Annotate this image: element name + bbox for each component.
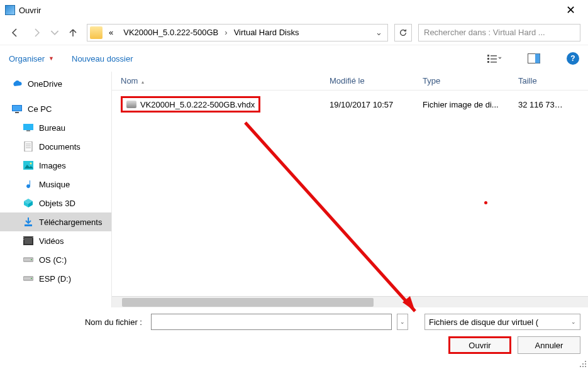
file-size: 32 116 736 ...: [509, 100, 567, 109]
column-type[interactable]: Type: [414, 76, 509, 85]
file-row[interactable]: VK2000H_5.0.222-500GB.vhdx 19/10/2017 10…: [112, 96, 588, 113]
sidebar-item-images[interactable]: Images: [0, 156, 111, 175]
organize-menu[interactable]: Organiser ▼: [9, 54, 54, 63]
svg-point-32: [31, 278, 32, 279]
window-title: Ouvrir: [19, 6, 558, 15]
image-icon: [23, 160, 34, 171]
bottom-panel: Nom du fichier : ⌄ Fichiers de disque du…: [0, 307, 588, 364]
svg-rect-26: [23, 237, 25, 238]
column-name[interactable]: Nom▴: [112, 76, 321, 85]
sidebar-item-videos[interactable]: Vidéos: [0, 231, 111, 250]
drive-icon: [23, 273, 34, 284]
address-bar[interactable]: « VK2000H_5.0.222-500GB › Virtual Hard D…: [87, 24, 388, 41]
toolbar: Organiser ▼ Nouveau dossier ?: [0, 45, 588, 72]
search-input[interactable]: Rechercher dans : Virtual Hard ...: [418, 24, 580, 41]
svg-rect-1: [487, 58, 489, 60]
search-placeholder: Rechercher dans : Virtual Hard ...: [424, 28, 545, 37]
recent-dropdown[interactable]: [50, 25, 59, 40]
cube-icon: [23, 197, 34, 209]
close-button[interactable]: ✕: [558, 3, 583, 17]
svg-rect-13: [25, 141, 32, 151]
annotation-dot: [484, 201, 487, 204]
sidebar-item-music[interactable]: Musique: [0, 175, 111, 194]
forward-button[interactable]: [29, 25, 44, 40]
disk-file-icon: [126, 101, 136, 108]
svg-rect-28: [33, 237, 34, 238]
cloud-icon: [11, 78, 23, 89]
column-headers: Nom▴ Modifié le Type Taille: [112, 72, 588, 91]
svg-rect-3: [491, 55, 497, 57]
new-folder-button[interactable]: Nouveau dossier: [72, 54, 133, 63]
download-icon: [23, 216, 34, 228]
file-list[interactable]: Nom▴ Modifié le Type Taille VK2000H_5.0.…: [112, 72, 588, 307]
filename-label: Nom du fichier :: [8, 317, 146, 327]
music-icon: [23, 179, 34, 190]
sidebar-item-onedrive[interactable]: OneDrive: [0, 74, 111, 93]
svg-rect-9: [13, 106, 21, 111]
sidebar-item-3d[interactable]: Objets 3D: [0, 194, 111, 212]
desktop-icon: [23, 122, 34, 133]
svg-rect-12: [26, 130, 30, 131]
dropdown-icon: ▼: [48, 55, 54, 62]
column-size[interactable]: Taille: [509, 76, 567, 85]
folder-icon: [90, 26, 103, 39]
help-button[interactable]: ?: [567, 52, 579, 65]
breadcrumb-item-2[interactable]: Virtual Hard Disks: [230, 28, 303, 37]
address-history-dropdown[interactable]: ⌄: [373, 28, 385, 37]
filename-input[interactable]: [151, 314, 392, 330]
svg-rect-0: [487, 55, 489, 57]
breadcrumb-overflow[interactable]: «: [105, 28, 117, 37]
svg-rect-25: [25, 238, 32, 244]
sidebar-item-documents[interactable]: Documents: [0, 137, 111, 156]
resize-grip[interactable]: [579, 360, 586, 367]
sidebar-item-drive-d[interactable]: ESP (D:): [0, 269, 111, 288]
refresh-button[interactable]: [394, 24, 412, 41]
svg-rect-10: [15, 112, 19, 113]
file-modified: 19/10/2017 10:57: [321, 100, 414, 109]
breadcrumb-item-1[interactable]: VK2000H_5.0.222-500GB: [119, 28, 222, 37]
svg-rect-4: [491, 58, 497, 60]
horizontal-scrollbar[interactable]: [112, 296, 588, 307]
drive-icon: [23, 254, 34, 265]
title-bar: Ouvrir ✕: [0, 0, 588, 20]
main-area: OneDrive Ce PC Bureau Documents Images: [0, 72, 588, 307]
sidebar-item-drive-c[interactable]: OS (C:): [0, 250, 111, 269]
open-button[interactable]: Ouvrir: [448, 336, 511, 354]
file-type: Fichier image de di...: [414, 100, 509, 109]
back-button[interactable]: [8, 25, 23, 40]
svg-point-30: [31, 259, 32, 260]
video-icon: [23, 235, 34, 246]
sidebar-item-downloads[interactable]: Téléchargements: [0, 212, 111, 231]
cancel-button[interactable]: Annuler: [518, 336, 580, 354]
pc-icon: [11, 103, 23, 114]
up-button[interactable]: [65, 25, 80, 40]
chevron-right-icon: ›: [225, 28, 227, 37]
column-modified[interactable]: Modifié le: [321, 76, 414, 85]
svg-rect-5: [491, 62, 497, 63]
svg-rect-27: [23, 239, 25, 240]
sidebar-item-thispc[interactable]: Ce PC: [0, 99, 111, 118]
preview-pane-button[interactable]: [528, 53, 540, 63]
svg-point-19: [30, 163, 32, 165]
sidebar[interactable]: OneDrive Ce PC Bureau Documents Images: [0, 72, 112, 307]
svg-rect-11: [23, 124, 33, 130]
sidebar-item-desktop[interactable]: Bureau: [0, 118, 111, 137]
app-icon: [5, 5, 15, 15]
view-options-button[interactable]: [487, 53, 501, 63]
nav-bar: « VK2000H_5.0.222-500GB › Virtual Hard D…: [0, 20, 588, 45]
sort-indicator-icon: ▴: [141, 79, 144, 85]
svg-rect-7: [535, 54, 540, 63]
file-name: VK2000H_5.0.222-500GB.vhdx: [140, 100, 255, 109]
annotation-highlight-file: VK2000H_5.0.222-500GB.vhdx: [121, 96, 260, 113]
filename-history-dropdown[interactable]: ⌄: [397, 314, 408, 330]
filetype-select[interactable]: Fichiers de disque dur virtuel ( ⌄: [424, 314, 580, 330]
svg-rect-23: [25, 224, 32, 226]
document-icon: [23, 141, 34, 152]
svg-rect-2: [487, 61, 489, 63]
